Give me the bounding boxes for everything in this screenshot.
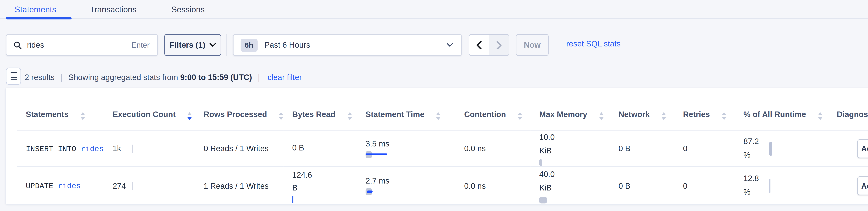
max-memory-bar: [539, 159, 542, 166]
activate-diagnostics-button[interactable]: Activate: [857, 139, 868, 158]
column-header-network[interactable]: Network: [619, 110, 674, 122]
column-header-contention[interactable]: Contention: [464, 110, 530, 122]
pct-runtime-bar: [769, 141, 772, 156]
column-selector-button[interactable]: [6, 68, 21, 85]
search-input[interactable]: rides Enter: [6, 34, 158, 56]
column-header-rows-processed[interactable]: Rows Processed: [204, 110, 283, 122]
pct-runtime-value: 87.2 %: [744, 135, 765, 162]
results-count: 2 results: [25, 73, 55, 81]
execution-count-value: 1k: [113, 144, 121, 153]
statement-time-bar: [366, 188, 389, 195]
column-header-diagnostics[interactable]: Diagnostics: [837, 110, 868, 122]
filters-button[interactable]: Filters (1): [164, 34, 221, 56]
tab-bar-divider: [0, 18, 868, 19]
column-header-statements[interactable]: Statements: [26, 110, 104, 122]
clear-filter-link[interactable]: clear filter: [268, 73, 302, 81]
search-enter-hint: Enter: [131, 41, 150, 49]
time-range-dropdown[interactable]: 6h Past 6 Hours: [233, 34, 462, 56]
column-header-statement-time[interactable]: Statement Time: [366, 110, 455, 122]
sort-arrows-icon[interactable]: [436, 112, 441, 120]
column-header-retries[interactable]: Retries: [683, 110, 735, 122]
table-header-row: Statements Execution Count Rows Processe…: [17, 88, 868, 130]
chevron-left-icon: [476, 41, 482, 49]
time-window-nav: [469, 34, 509, 56]
search-value: rides: [27, 41, 44, 49]
tab-transactions[interactable]: Transactions: [90, 5, 136, 14]
statement-link[interactable]: INSERT INTOrides: [26, 144, 104, 153]
max-memory-value: 10.0 KiB: [539, 131, 561, 158]
chevron-down-icon: [209, 43, 216, 47]
sort-arrows-icon[interactable]: [818, 112, 823, 120]
sort-arrows-icon[interactable]: [279, 112, 283, 120]
sort-arrows-icon[interactable]: [187, 112, 192, 120]
statements-table: Statements Execution Count Rows Processe…: [17, 88, 868, 205]
table-row: INSERT INTOrides 1k 0 Reads / 1 Writes 0…: [17, 130, 868, 167]
statements-page: Statements Transactions Sessions rides E…: [0, 0, 868, 211]
chevron-down-icon: [446, 43, 453, 47]
pct-runtime-bar: [769, 179, 770, 193]
network-value: 0 B: [619, 144, 630, 153]
statements-table-card: Statements Execution Count Rows Processe…: [5, 88, 868, 205]
activate-diagnostics-button[interactable]: Activate: [857, 176, 868, 195]
execution-count-bar: [132, 144, 133, 153]
sort-arrows-icon[interactable]: [722, 112, 726, 120]
prev-time-window-button[interactable]: [469, 35, 489, 55]
search-icon: [13, 41, 22, 49]
execution-count-bar: [132, 182, 133, 190]
time-range-value: Past 6 Hours: [265, 41, 310, 49]
statement-time-value: 2.7 ms: [366, 176, 390, 185]
statement-link[interactable]: UPDATErides: [26, 182, 81, 190]
separator: |: [60, 73, 62, 81]
time-range-badge: 6h: [241, 38, 257, 51]
bytes-read-bar: [292, 196, 293, 203]
stats-time-range: 9:00 to 15:59 (UTC): [180, 73, 252, 81]
sort-arrows-icon[interactable]: [347, 112, 352, 120]
tab-bar: Statements Transactions Sessions: [0, 0, 868, 20]
separator: |: [258, 73, 260, 81]
filters-button-label: Filters (1): [169, 41, 205, 49]
chevron-right-icon: [496, 41, 502, 49]
statement-table-name: rides: [58, 182, 81, 190]
tab-sessions[interactable]: Sessions: [172, 5, 205, 14]
execution-count-value: 274: [113, 181, 126, 190]
sort-arrows-icon[interactable]: [661, 112, 666, 120]
rows-processed-value: 1 Reads / 1 Writes: [204, 181, 269, 190]
contention-value: 0.0 ns: [464, 144, 486, 153]
sort-arrows-icon[interactable]: [599, 112, 603, 120]
column-header-pct-runtime[interactable]: % of All Runtime: [744, 110, 828, 122]
tab-statements[interactable]: Statements: [15, 5, 56, 14]
column-header-execution-count[interactable]: Execution Count: [113, 110, 195, 122]
toolbar-divider: [226, 34, 227, 56]
results-summary-bar: 2 results | Showing aggregated stats fro…: [25, 70, 302, 85]
retries-value: 0: [683, 144, 687, 153]
statement-time-bar: [366, 151, 389, 158]
column-header-max-memory[interactable]: Max Memory: [539, 110, 610, 122]
statement-table-name: rides: [81, 144, 104, 153]
next-time-window-button[interactable]: [489, 35, 509, 55]
sort-arrows-icon[interactable]: [518, 112, 522, 120]
max-memory-value: 40.0 KiB: [539, 168, 561, 195]
list-icon: [10, 72, 17, 73]
statement-time-value: 3.5 ms: [366, 139, 390, 148]
rows-processed-value: 0 Reads / 1 Writes: [204, 144, 269, 153]
bytes-read-value: 0 B: [292, 142, 304, 155]
toolbar-divider: [560, 34, 560, 56]
now-button[interactable]: Now: [516, 34, 549, 56]
contention-value: 0.0 ns: [464, 181, 486, 190]
bytes-read-value: 124.6 B: [292, 168, 318, 195]
pct-runtime-value: 12.8 %: [744, 173, 765, 199]
table-row: UPDATErides 274 1 Reads / 1 Writes 124.6…: [17, 167, 868, 205]
reset-sql-stats-link[interactable]: reset SQL stats: [566, 39, 621, 48]
max-memory-bar: [539, 197, 547, 203]
column-header-bytes-read[interactable]: Bytes Read: [292, 110, 357, 122]
sort-arrows-icon[interactable]: [80, 112, 85, 120]
showing-stats-text: Showing aggregated stats from: [68, 73, 180, 81]
active-tab-underline: [6, 17, 72, 19]
network-value: 0 B: [619, 181, 630, 190]
retries-value: 0: [683, 181, 687, 190]
